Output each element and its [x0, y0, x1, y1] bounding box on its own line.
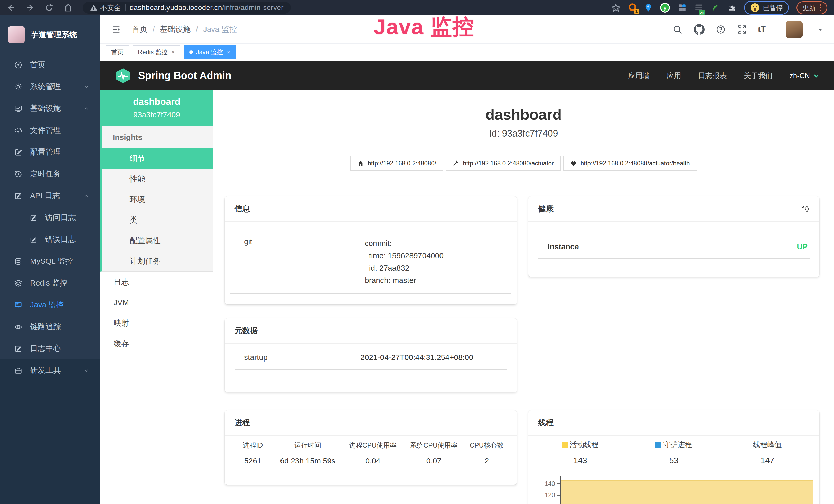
- history-icon[interactable]: [801, 205, 810, 213]
- back-icon[interactable]: [7, 3, 16, 12]
- close-icon[interactable]: ×: [171, 48, 175, 56]
- sidebar-item-home[interactable]: 首页: [0, 54, 100, 76]
- collapse-menu-icon[interactable]: [111, 24, 121, 35]
- sidebar-item-file[interactable]: 文件管理: [0, 119, 100, 141]
- monitor-icon: [14, 301, 22, 309]
- instance-id: 93a3fc7f7409: [102, 110, 211, 119]
- sidebar-item-job[interactable]: 定时任务: [0, 163, 100, 185]
- health-card-title: 健康: [538, 204, 553, 214]
- health-url-button[interactable]: http://192.168.0.2:48080/actuator/health: [563, 156, 697, 171]
- sba-nav-wallboard[interactable]: 应用墙: [628, 71, 650, 81]
- sba-nav-about[interactable]: 关于我们: [744, 71, 773, 81]
- sidebar-item-label: Redis 监控: [30, 278, 67, 288]
- status-badge: UP: [797, 243, 810, 251]
- sba-nav-applications[interactable]: 应用: [667, 71, 681, 81]
- home-icon[interactable]: [64, 3, 72, 12]
- sidebar-bottom-section: 研发工具: [0, 360, 100, 504]
- search-icon[interactable]: [673, 25, 682, 35]
- edit-square-icon: [14, 148, 22, 156]
- sidebar-item-trace[interactable]: 链路追踪: [0, 316, 100, 338]
- ext-grid-icon[interactable]: [678, 3, 686, 12]
- sidebar-item-logcenter[interactable]: 日志中心: [0, 338, 100, 360]
- sidebar-item-accesslog[interactable]: 访问日志: [0, 207, 100, 229]
- instance-name: dashboard: [102, 96, 211, 107]
- ext-leaf-icon[interactable]: [711, 3, 720, 12]
- bookmark-star-icon[interactable]: [612, 3, 620, 12]
- metadata-card-title: 元数据: [225, 318, 517, 344]
- tags-view: 首页 Redis 监控× Java 监控×: [100, 44, 834, 61]
- breadcrumb-infra[interactable]: 基础设施: [160, 24, 191, 35]
- sba-menu-logfile[interactable]: 日志: [100, 272, 213, 292]
- live-threads-value: 143: [533, 456, 627, 465]
- sidebar-item-devtool[interactable]: 研发工具: [0, 360, 100, 381]
- font-size-icon[interactable]: tT: [758, 25, 766, 34]
- ext-puzzle-icon[interactable]: [728, 3, 737, 12]
- breadcrumb-current: Java 监控: [203, 24, 237, 35]
- caret-down-icon[interactable]: [817, 27, 823, 32]
- sba-brand[interactable]: Spring Boot Admin: [114, 67, 232, 84]
- divider: [538, 258, 810, 259]
- process-uptime: 6d 23h 15m 59s: [273, 457, 342, 465]
- browser-menu-icon[interactable]: [820, 4, 821, 11]
- sidebar-item-label: Java 监控: [30, 300, 64, 310]
- breadcrumb-home[interactable]: 首页: [132, 24, 148, 35]
- sba-menu-scheduledtasks[interactable]: 计划任务: [102, 251, 213, 271]
- update-button[interactable]: 更新: [796, 1, 827, 15]
- sidebar-item-apilog[interactable]: API 日志: [0, 185, 100, 207]
- ext-y-icon[interactable]: y: [660, 3, 670, 13]
- sidebar-item-label: 日志中心: [30, 343, 61, 354]
- database-icon: [14, 257, 22, 266]
- sidebar-item-label: 首页: [30, 60, 45, 70]
- github-icon[interactable]: [694, 24, 705, 35]
- sba-menu-configprops[interactable]: 配置属性: [102, 230, 213, 251]
- tag-home[interactable]: 首页: [106, 45, 129, 59]
- sba-menu-mappings[interactable]: 映射: [100, 313, 213, 333]
- sidebar-item-label: 系统管理: [30, 82, 61, 92]
- sba-menu-details[interactable]: 细节: [102, 148, 213, 169]
- sba-locale-select[interactable]: zh-CN: [790, 72, 820, 80]
- active-dot: [189, 50, 193, 54]
- sidebar-item-label: 链路追踪: [30, 321, 61, 332]
- sidebar-item-system[interactable]: 系统管理: [0, 76, 100, 97]
- sba-menu-jvm[interactable]: JVM: [100, 292, 213, 313]
- app-logo[interactable]: 芋道管理系统: [0, 16, 100, 54]
- sba-menu-caches[interactable]: 缓存: [100, 333, 213, 354]
- tag-java[interactable]: Java 监控×: [184, 45, 236, 59]
- fullscreen-icon[interactable]: [737, 25, 747, 35]
- help-icon[interactable]: [716, 25, 726, 35]
- sba-menu-env[interactable]: 环境: [102, 189, 213, 210]
- tag-redis[interactable]: Redis 监控×: [133, 45, 180, 59]
- sba-instance-header[interactable]: dashboard 93a3fc7f7409: [100, 90, 213, 126]
- sidebar-item-infra[interactable]: 基础设施: [0, 97, 100, 119]
- sba-menu-classes[interactable]: 类: [102, 210, 213, 230]
- sidebar-item-config[interactable]: 配置管理: [0, 141, 100, 163]
- sba-logo-icon: [114, 67, 132, 84]
- reload-icon[interactable]: [45, 3, 53, 12]
- sba-navbar: Spring Boot Admin 应用墙 应用 日志报表 关于我们 zh-CN: [100, 61, 834, 90]
- divider: [231, 293, 511, 294]
- timer-icon: [14, 170, 22, 178]
- sidebar-item-redis[interactable]: Redis 监控: [0, 272, 100, 294]
- system-cpu: 0.07: [403, 457, 464, 465]
- ext-pin-icon[interactable]: [644, 3, 652, 12]
- emoji-face-icon: [750, 3, 760, 13]
- sba-menu-metrics[interactable]: 性能: [102, 169, 213, 189]
- sidebar-item-java[interactable]: Java 监控: [0, 294, 100, 316]
- address-bar[interactable]: 不安全 dashboard.yudao.iocoder.cn/infra/adm…: [83, 2, 291, 14]
- log-edit-icon: [29, 214, 37, 222]
- actuator-url-button[interactable]: http://192.168.0.2:48080/actuator: [446, 156, 561, 171]
- sba-nav-journal[interactable]: 日志报表: [698, 71, 727, 81]
- sidebar-item-mysql[interactable]: MySQL 监控: [0, 250, 100, 272]
- process-pid: 5261: [233, 457, 273, 465]
- threads-legend: 活动线程 143 守护进程 53 线程峰值 147: [533, 440, 814, 465]
- forward-icon[interactable]: [26, 3, 35, 12]
- sba-root-menu: 日志 JVM 映射 缓存: [100, 272, 213, 354]
- sidebar-item-errorlog[interactable]: 错误日志: [0, 229, 100, 250]
- service-url-button[interactable]: http://192.168.0.2:48080/: [350, 156, 443, 171]
- close-icon[interactable]: ×: [226, 48, 230, 56]
- sidebar-item-label: 研发工具: [30, 365, 61, 375]
- log-edit-icon: [29, 236, 37, 244]
- user-avatar[interactable]: [786, 21, 803, 38]
- process-table-headers: 进程ID 运行时间 进程CPU使用率 系统CPU使用率 CPU核心数: [233, 441, 509, 450]
- profile-paused-pill[interactable]: 已暂停: [744, 1, 789, 15]
